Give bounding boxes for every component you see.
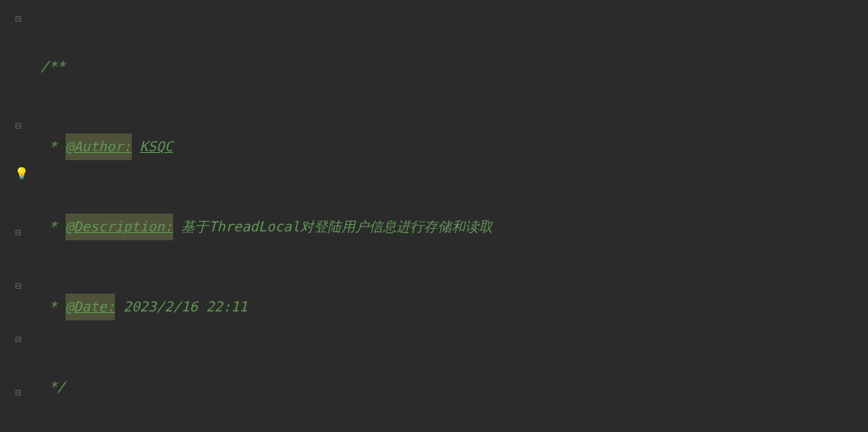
doc-date-line: * @Date: 2023/2/16 22:11 <box>40 294 868 320</box>
fold-icon[interactable] <box>15 383 25 392</box>
doc-comment-start: /** <box>40 53 868 80</box>
doc-comment-end: */ <box>40 374 868 400</box>
fold-icon[interactable] <box>15 276 25 286</box>
fold-icon[interactable] <box>15 9 25 19</box>
author-tag: @Author: <box>66 133 132 160</box>
fold-icon[interactable] <box>15 116 25 125</box>
code-area[interactable]: /** * @Author: KSQC * @Description: 基于Th… <box>40 0 868 432</box>
date-tag: @Date: <box>66 294 115 320</box>
intention-bulb-icon[interactable]: 💡 <box>15 160 28 187</box>
fold-icon[interactable] <box>15 222 25 232</box>
code-editor[interactable]: 💡 /** * @Author: KSQC * @Description: 基于… <box>0 0 868 432</box>
description-tag: @Description: <box>66 214 173 240</box>
doc-description-line: * @Description: 基于ThreadLocal对登陆用户信息进行存储… <box>40 214 868 240</box>
doc-author-line: * @Author: KSQC <box>40 133 868 160</box>
editor-gutter: 💡 <box>0 0 40 432</box>
fold-icon[interactable] <box>15 329 25 339</box>
